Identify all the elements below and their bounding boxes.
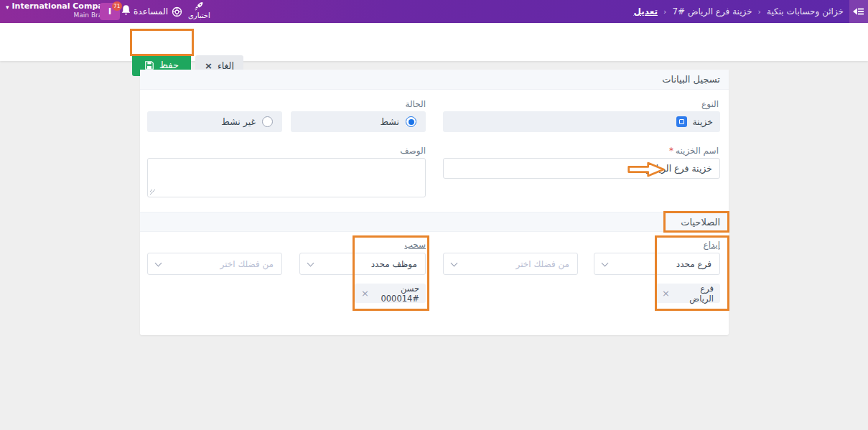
rocket-icon bbox=[194, 1, 204, 11]
save-label: حفظ bbox=[159, 60, 179, 70]
floppy-icon bbox=[144, 60, 154, 70]
vault-icon bbox=[676, 116, 687, 127]
chip-label: فرع الرياض bbox=[675, 284, 714, 304]
bell-icon bbox=[120, 4, 132, 17]
notifications-button[interactable]: 71 bbox=[116, 4, 132, 20]
type-field: خزينة bbox=[443, 111, 720, 132]
withdraw-employee-placeholder: من فضلك اختر bbox=[161, 259, 274, 269]
deposit-type-value: فرع محدد bbox=[607, 259, 711, 269]
test-mode-label: اختبارى bbox=[188, 11, 210, 19]
type-value: خزينة bbox=[692, 116, 713, 127]
chip-remove-icon[interactable]: × bbox=[662, 288, 670, 299]
withdraw-employee-select[interactable]: من فضلك اختر bbox=[147, 253, 282, 275]
withdraw-chip-employee: حسن #000014 × bbox=[355, 284, 426, 303]
company-switcher[interactable]: ▾ International Company Main Branch bbox=[6, 2, 114, 19]
treasury-name-value: خزينة فرع الرياض bbox=[645, 163, 712, 174]
branch-name: Main Branch bbox=[12, 11, 114, 19]
deposit-label: إيداع bbox=[704, 240, 720, 250]
treasury-name-label: اسم الخزينه* bbox=[669, 146, 719, 156]
description-label: الوصف bbox=[400, 146, 426, 156]
company-name: International Company bbox=[12, 2, 114, 11]
deposit-branch-select[interactable]: من فضلك اختر bbox=[443, 253, 578, 275]
type-label: النوع bbox=[701, 99, 719, 109]
breadcrumb-item-treasuries[interactable]: خزائن وحسابات بنكية bbox=[767, 6, 844, 17]
notifications-badge: 71 bbox=[112, 1, 122, 11]
collapse-arrow-icon bbox=[853, 7, 864, 16]
description-textarea[interactable] bbox=[147, 158, 426, 197]
sidebar-toggle[interactable] bbox=[849, 0, 868, 23]
treasury-name-input[interactable]: خزينة فرع الرياض bbox=[443, 158, 720, 179]
breadcrumb-item-edit: تعديل bbox=[634, 6, 658, 17]
action-toolbar: حفظ × إلغاء bbox=[0, 23, 868, 61]
withdraw-label: سحب bbox=[404, 240, 426, 250]
breadcrumb-item-treasury[interactable]: خزينة فرع الرياض #7 bbox=[672, 6, 752, 17]
status-label: الحالة bbox=[406, 99, 426, 109]
section-data-header: تسجيل البيانات bbox=[140, 70, 729, 90]
help-label: المساعدة bbox=[134, 6, 168, 17]
section-permissions-header: الصلاحيات bbox=[140, 212, 729, 232]
chip-label: حسن #000014 bbox=[374, 284, 419, 304]
chip-remove-icon[interactable]: × bbox=[361, 288, 369, 299]
section-data-title: تسجيل البيانات bbox=[662, 70, 720, 90]
status-inactive-label: غير نشط bbox=[221, 116, 256, 127]
deposit-chip-riyadh-branch: فرع الرياض × bbox=[655, 284, 720, 303]
life-ring-icon bbox=[172, 6, 182, 17]
deposit-branch-placeholder: من فضلك اختر bbox=[457, 259, 569, 269]
status-option-active[interactable]: نشط bbox=[291, 111, 426, 132]
required-asterisk: * bbox=[669, 146, 673, 156]
app-page: ▾ International Company Main Branch I 71… bbox=[0, 0, 868, 430]
topbar: ▾ International Company Main Branch I 71… bbox=[0, 0, 868, 23]
edit-treasury-form-card: تسجيل البيانات النوع خزينة الحالة نشط غي… bbox=[140, 70, 729, 335]
withdraw-type-value: موظف محدد bbox=[313, 259, 417, 269]
breadcrumb: خزائن وحسابات بنكية ‹ خزينة فرع الرياض #… bbox=[634, 0, 844, 23]
test-mode-button[interactable]: اختبارى bbox=[188, 1, 210, 19]
status-option-inactive[interactable]: غير نشط bbox=[147, 111, 282, 132]
breadcrumb-separator: ‹ bbox=[663, 7, 666, 17]
radio-unselected-icon[interactable] bbox=[262, 116, 273, 127]
caret-down-icon: ▾ bbox=[6, 4, 9, 11]
deposit-type-select[interactable]: فرع محدد bbox=[594, 253, 720, 275]
resize-grip-icon[interactable] bbox=[149, 189, 156, 195]
withdraw-type-select[interactable]: موظف محدد bbox=[299, 253, 426, 275]
section-permissions-title: الصلاحيات bbox=[681, 212, 720, 233]
help-button[interactable]: المساعدة bbox=[134, 0, 182, 23]
status-active-label: نشط bbox=[381, 116, 400, 127]
breadcrumb-separator: ‹ bbox=[758, 7, 761, 17]
radio-selected-icon[interactable] bbox=[406, 116, 416, 127]
